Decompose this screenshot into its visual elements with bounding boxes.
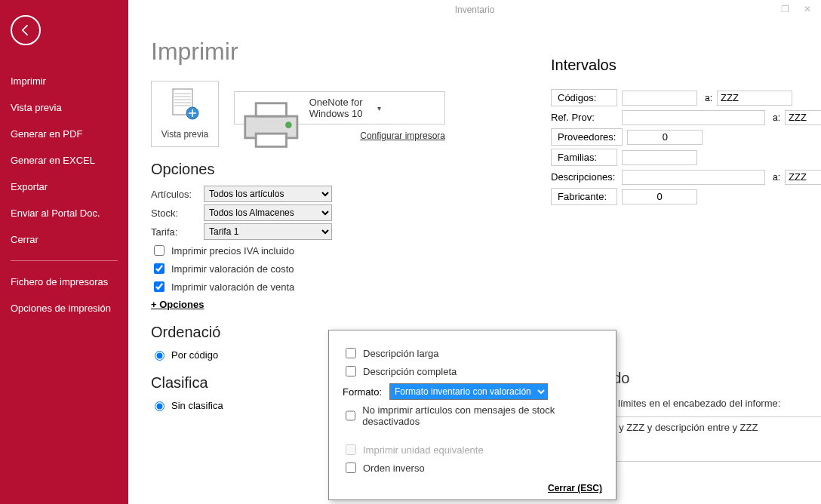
chk-no-imprimir[interactable] [346, 410, 355, 421]
main-panel: Inventario ❐ ✕ Imprimir Vista previa One… [128, 0, 821, 504]
fabricante-label: Fabricante: [551, 188, 617, 205]
chk-desc-completa[interactable] [346, 366, 356, 376]
codigos-from[interactable] [622, 91, 697, 106]
encabezado-title: ezado [589, 370, 821, 387]
familias-from[interactable] [622, 150, 697, 165]
document-preview-icon [170, 88, 200, 124]
descripciones-label: Descripciones: [551, 169, 617, 185]
radio-por-codigo-label: Por código [171, 349, 218, 361]
sidebar-item-excel[interactable]: Generar en EXCEL [0, 147, 128, 174]
proveedores-from[interactable] [627, 130, 703, 145]
window-close-icon[interactable]: ✕ [798, 2, 816, 17]
printer-select[interactable]: OneNote for Windows 10 ▾ [234, 91, 445, 124]
radio-sin-clasifica-label: Sin clasifica [171, 400, 223, 411]
refprov-from[interactable] [622, 110, 765, 125]
chk-desc-larga[interactable] [346, 348, 356, 358]
svg-rect-4 [256, 134, 286, 146]
proveedores-label: Proveedores: [551, 128, 623, 146]
formato-select[interactable]: Formato inventario con valoración [389, 383, 548, 400]
sidebar: Imprimir Vista previa Generar en PDF Gen… [0, 0, 128, 504]
tarifa-label: Tarifa: [151, 226, 204, 238]
sidebar-item-portal[interactable]: Enviar al Portal Doc. [0, 200, 128, 226]
chevron-down-icon: ▾ [377, 104, 438, 112]
mas-opciones-link[interactable]: + Opciones [151, 299, 798, 310]
vista-previa-label: Vista previa [161, 129, 208, 140]
chk-unidad-equiv-label: Imprimir unidad equivalente [363, 444, 484, 456]
back-button[interactable] [11, 15, 41, 45]
descripciones-from[interactable] [622, 170, 765, 185]
stock-select[interactable]: Todos los Almacenes [204, 204, 332, 221]
divider [11, 260, 118, 261]
chk-no-imprimir-label: No imprimir artículos con mensajes de st… [362, 404, 602, 427]
popup-close-link[interactable]: Cerrar (ESC) [343, 483, 602, 493]
chk-unidad-equiv [346, 444, 356, 455]
familias-label: Familias: [551, 149, 617, 166]
sidebar-item-opciones-impresion[interactable]: Opciones de impresión [0, 295, 128, 321]
a-label: a: [770, 172, 780, 183]
window-title: Inventario [455, 5, 495, 15]
intervalos-panel: Intervalos Códigos: a: Ref. Prov: a: Pro… [551, 57, 821, 208]
encabezado-panel: ezado xto de límites en el encabezado de… [589, 370, 821, 462]
formato-label: Formato: [343, 386, 382, 398]
window-restore-icon[interactable]: ❐ [776, 2, 794, 17]
sidebar-item-exportar[interactable]: Exportar [0, 174, 128, 200]
sidebar-item-pdf[interactable]: Generar en PDF [0, 121, 128, 147]
chk-desc-completa-label: Descripción completa [363, 366, 457, 377]
printer-icon [241, 99, 302, 117]
radio-sin-clasifica[interactable] [155, 401, 165, 411]
chk-desc-larga-label: Descripción larga [363, 348, 438, 359]
encabezado-text-content: entre y ZZZ y descripción entre y ZZZ [594, 422, 758, 433]
chk-costo-label: Imprimir valoración de costo [171, 263, 294, 275]
refprov-label: Ref. Prov: [551, 109, 617, 125]
codigos-label: Códigos: [551, 89, 617, 106]
chk-venta-label: Imprimir valoración de venta [171, 281, 294, 293]
chk-venta[interactable] [154, 281, 165, 292]
svg-rect-3 [256, 103, 286, 116]
opciones-popup: Descripción larga Descripción completa F… [328, 330, 617, 500]
sidebar-item-cerrar[interactable]: Cerrar [0, 226, 128, 253]
chk-orden-inverso-label: Orden inverso [363, 463, 425, 474]
articulos-label: Artículos: [151, 189, 204, 200]
sidebar-item-fichero-impresoras[interactable]: Fichero de impresoras [0, 269, 128, 295]
chk-iva-label: Imprimir precios IVA incluido [171, 245, 294, 257]
stock-label: Stock: [151, 207, 204, 219]
svg-point-5 [285, 121, 292, 128]
chk-orden-inverso[interactable] [346, 463, 356, 473]
articulos-select[interactable]: Todos los artículos [204, 186, 332, 202]
printer-name: OneNote for Windows 10 [309, 97, 371, 119]
encabezado-textarea[interactable]: entre y ZZZ y descripción entre y ZZZ [589, 416, 821, 462]
sidebar-item-imprimir[interactable]: Imprimir [0, 68, 128, 94]
fabricante-from[interactable] [622, 189, 697, 204]
chk-iva[interactable] [154, 245, 165, 256]
refprov-to[interactable] [785, 110, 821, 125]
vista-previa-button[interactable]: Vista previa [151, 81, 219, 147]
sidebar-item-vista-previa[interactable]: Vista previa [0, 94, 128, 121]
tarifa-select[interactable]: Tarifa 1 [204, 223, 332, 240]
a-label: a: [770, 112, 780, 123]
codigos-to[interactable] [717, 91, 792, 106]
intervalos-title: Intervalos [551, 57, 821, 74]
chk-costo[interactable] [154, 263, 165, 274]
descripciones-to[interactable] [785, 170, 821, 185]
radio-por-codigo[interactable] [155, 351, 165, 361]
encabezado-line1: xto de límites en el encabezado del info… [589, 398, 821, 409]
a-label: a: [702, 93, 712, 103]
